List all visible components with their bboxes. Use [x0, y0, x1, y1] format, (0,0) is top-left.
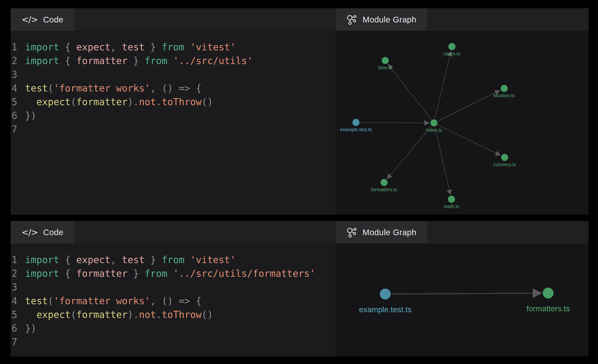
code-line: 3 [11, 68, 336, 81]
tab-module-graph[interactable]: Module Graph [336, 221, 427, 243]
module-graph-icon [347, 14, 357, 25]
module-graph-canvas[interactable]: users.tstime.tslocation.tsexample.test.t… [336, 31, 589, 215]
graph-node-label-example-test: example.test.ts [340, 127, 372, 132]
code-text: import { expect, test } from 'vitest' [25, 40, 236, 54]
top-section: </> Code 1import { expect, test } from '… [11, 8, 589, 215]
graph-node-label-currency: currency.ts [493, 162, 516, 167]
line-number: 5 [11, 308, 17, 322]
graph-node-currency[interactable] [501, 154, 508, 161]
graph-node-location[interactable] [501, 85, 508, 92]
module-graph-svg: users.tstime.tslocation.tsexample.test.t… [336, 31, 589, 215]
module-graph-tab-label: Module Graph [363, 15, 416, 24]
line-number: 2 [11, 54, 17, 68]
module-graph-panel: Module Graph example.test.tsformatters.t… [336, 221, 589, 356]
graph-node-math[interactable] [448, 196, 455, 203]
code-text: import { formatter } from '../src/utils/… [25, 267, 315, 280]
graph-edge-index-to-formatters [388, 126, 431, 178]
module-graph-tab-label: Module Graph [363, 228, 416, 237]
graph-edge-index-to-currency [438, 125, 499, 155]
line-number: 2 [11, 267, 17, 280]
graph-edge-index-to-math [435, 127, 450, 194]
code-text: import { formatter } from '../src/utils' [25, 54, 253, 68]
bottom-section: </> Code 1import { expect, test } from '… [11, 221, 589, 356]
graph-node-time[interactable] [382, 57, 389, 64]
tab-code[interactable]: </> Code [11, 221, 74, 243]
line-number: 5 [11, 95, 17, 109]
code-tabbar: </> Code [11, 221, 336, 243]
code-line: 1import { expect, test } from 'vitest' [11, 253, 336, 267]
graph-node-users[interactable] [448, 43, 456, 50]
code-text: test('formatter works', () => { [25, 294, 202, 308]
code-line: 7 [11, 335, 336, 349]
graph-edge-index-to-time [389, 65, 431, 120]
code-line: 6}) [11, 322, 336, 335]
graph-node-example-test[interactable] [380, 289, 391, 299]
line-number: 7 [11, 123, 17, 136]
module-graph-tabbar: Module Graph [336, 8, 589, 31]
code-line: 4test('formatter works', () => { [11, 81, 336, 95]
line-number: 3 [11, 68, 17, 81]
code-text: }) [25, 109, 36, 123]
code-line: 7 [11, 123, 336, 136]
line-number: 1 [11, 40, 17, 54]
code-tabbar: </> Code [11, 8, 336, 31]
graph-edge-index-to-location [438, 91, 499, 121]
graph-edge-example-test-to-index [360, 123, 428, 123]
graph-node-formatters[interactable] [381, 179, 388, 186]
code-line: 6}) [11, 109, 336, 123]
graph-node-label-example-test: example.test.ts [359, 305, 412, 314]
code-line: 4test('formatter works', () => { [11, 294, 336, 308]
code-line: 5 expect(formatter).not.toThrow() [11, 308, 336, 322]
tab-code[interactable]: </> Code [11, 8, 74, 31]
graph-node-label-users: users.ts [444, 51, 460, 56]
graph-edge-example-test-to-formatters [391, 293, 540, 294]
line-number: 3 [11, 280, 17, 294]
module-graph-panel: Module Graph users.tstime.tslocation.tse… [336, 8, 589, 215]
module-graph-tabbar: Module Graph [336, 221, 589, 243]
code-icon: </> [22, 15, 38, 24]
graph-node-label-location: location.ts [494, 93, 515, 98]
line-number: 4 [11, 294, 17, 308]
code-editor[interactable]: 1import { expect, test } from 'vitest'2i… [11, 243, 336, 356]
line-number: 1 [11, 253, 17, 267]
code-panel: </> Code 1import { expect, test } from '… [11, 221, 336, 356]
code-text: import { expect, test } from 'vitest' [25, 253, 236, 267]
page: </> Code 1import { expect, test } from '… [0, 0, 598, 364]
code-tab-label: Code [43, 15, 63, 24]
graph-node-label-time: time.ts [378, 65, 392, 70]
code-icon: </> [22, 227, 38, 237]
line-number: 4 [11, 81, 17, 95]
code-text: expect(formatter).not.toThrow() [25, 95, 213, 109]
graph-edge-index-to-users [435, 52, 450, 119]
graph-node-label-math: math.ts [444, 204, 459, 209]
line-number: 6 [11, 109, 17, 123]
code-text: test('formatter works', () => { [25, 81, 202, 95]
graph-node-formatters[interactable] [543, 288, 554, 298]
code-line: 2import { formatter } from '../src/utils… [11, 267, 336, 280]
graph-node-label-formatters: formatters.ts [371, 187, 397, 192]
line-number: 6 [11, 322, 17, 335]
code-text: expect(formatter).not.toThrow() [25, 308, 213, 322]
module-graph-svg: example.test.tsformatters.ts [336, 243, 589, 356]
code-line: 1import { expect, test } from 'vitest' [11, 40, 336, 54]
code-text: }) [25, 322, 36, 335]
module-graph-canvas[interactable]: example.test.tsformatters.ts [336, 243, 589, 356]
module-graph-icon [347, 227, 357, 238]
code-panel: </> Code 1import { expect, test } from '… [11, 8, 336, 215]
code-line: 5 expect(formatter).not.toThrow() [11, 95, 336, 109]
graph-node-index[interactable] [430, 119, 438, 126]
graph-node-label-formatters: formatters.ts [526, 304, 570, 313]
line-number: 7 [11, 335, 17, 349]
graph-node-example-test[interactable] [352, 119, 359, 126]
code-line: 2import { formatter } from '../src/utils… [11, 54, 336, 68]
tab-module-graph[interactable]: Module Graph [336, 8, 427, 31]
code-editor[interactable]: 1import { expect, test } from 'vitest'2i… [11, 31, 336, 215]
code-tab-label: Code [43, 228, 63, 237]
graph-node-label-index: index.ts [426, 127, 442, 132]
code-line: 3 [11, 280, 336, 294]
